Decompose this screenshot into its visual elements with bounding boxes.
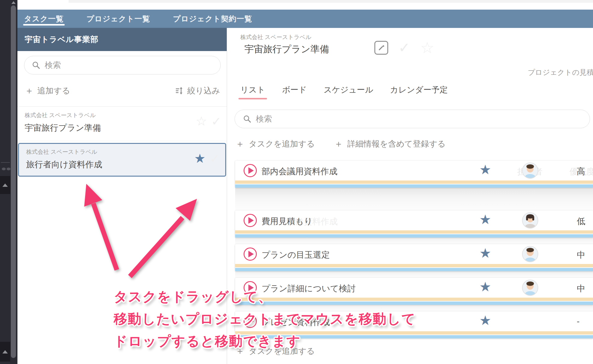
view-tab[interactable]: スケジュール xyxy=(324,84,373,99)
project-check-icon[interactable]: ✓ xyxy=(210,153,220,165)
task-search-input[interactable]: 検索 xyxy=(235,110,590,128)
rail-up-button[interactable] xyxy=(0,176,10,194)
task-priority: 中 xyxy=(577,249,585,261)
project-title: 宇宙旅行プラン準備 xyxy=(244,43,329,56)
search-icon xyxy=(32,61,41,70)
project-estimate-link[interactable]: プロジェクトの見積り xyxy=(528,68,593,77)
project-card-company: 株式会社 スペーストラベル xyxy=(25,111,96,119)
app-window: タスク一覧プロジェクト一覧プロジェクト契約一覧 宇宙トラベル事業部 検索 ＋ 追… xyxy=(0,0,593,364)
complete-project-icon[interactable]: ✓ xyxy=(398,41,410,55)
task-priority: 高 xyxy=(577,166,585,177)
add-task-detail-button[interactable]: ＋ 詳細情報を含めて登録する xyxy=(334,138,446,149)
progress-bar-tan xyxy=(235,264,593,267)
rail-divider xyxy=(1,162,10,163)
task-priority: - xyxy=(577,317,579,326)
window-top-strip xyxy=(17,0,593,10)
filter-button[interactable]: 絞り込み xyxy=(175,85,220,96)
progress-bar-blue xyxy=(235,268,593,271)
project-card-company: 株式会社 スペーストラベル xyxy=(26,148,97,156)
start-task-button[interactable] xyxy=(244,214,257,227)
department-header: 宇宙トラベル事業部 xyxy=(17,28,227,51)
nav-tab[interactable]: タスク一覧 xyxy=(24,10,64,28)
drop-target-gap xyxy=(235,188,593,211)
left-dock-rail xyxy=(0,0,17,364)
view-tab[interactable]: ボード xyxy=(282,84,307,99)
add-task-button[interactable]: ＋ タスクを追加する xyxy=(235,138,315,149)
add-project-button[interactable]: ＋ 追加する xyxy=(25,85,70,96)
task-star-icon[interactable]: ★ xyxy=(479,280,491,293)
start-task-button[interactable] xyxy=(244,247,257,261)
row-gap xyxy=(235,238,593,244)
task-title: 費用見積もり xyxy=(262,216,312,227)
view-tab-label: ボード xyxy=(282,85,307,94)
task-row[interactable]: タスク名 ↑ 担当者 優先度 部内会議用資料作成 ★ 高 xyxy=(235,161,593,188)
up-triangle-icon xyxy=(2,184,8,187)
add-project-label: 追加する xyxy=(37,85,70,96)
task-row[interactable]: プランの目玉選定 ★ 中 xyxy=(235,244,593,271)
task-title: プランの目玉選定 xyxy=(262,249,330,261)
view-tab[interactable]: リスト xyxy=(240,84,265,99)
rail-dot xyxy=(7,168,11,170)
view-tab-label: スケジュール xyxy=(324,85,373,94)
task-title: プレゼン資料作成 xyxy=(262,317,330,328)
rail-scrollbar[interactable] xyxy=(11,5,16,358)
assignee-avatar[interactable] xyxy=(522,280,538,296)
play-icon xyxy=(248,318,254,325)
pencil-icon xyxy=(377,44,385,52)
scroll-up-icon[interactable] xyxy=(11,1,16,4)
task-list: タスク名 ↑ 担当者 優先度 部内会議用資料作成 ★ 高 旅行者向け資料作成 費… xyxy=(235,161,593,338)
rail-dot xyxy=(2,168,6,170)
project-detail-panel: 株式会社 スペーストラベル 宇宙旅行プラン準備 ✓ ☆ プロジェクトの見積り リ… xyxy=(227,28,593,364)
plus-icon: ＋ xyxy=(334,139,343,148)
nav-tab[interactable]: プロジェクト一覧 xyxy=(87,10,150,28)
assignee-avatar[interactable] xyxy=(522,212,538,229)
project-card[interactable]: 株式会社 スペーストラベル 宇宙旅行プラン準備 ☆ ✓ xyxy=(17,107,227,141)
rail-up-button-bottom[interactable] xyxy=(0,342,10,362)
sidebar-search-input[interactable]: 検索 xyxy=(24,56,221,74)
project-list: 株式会社 スペーストラベル 宇宙旅行プラン準備 ☆ ✓ 株式会社 スペーストラベ… xyxy=(17,107,227,177)
task-priority: 低 xyxy=(577,216,585,227)
start-task-button[interactable] xyxy=(244,281,257,294)
task-star-icon[interactable]: ★ xyxy=(479,213,491,226)
nav-tab-label: タスク一覧 xyxy=(24,14,64,23)
project-star-icon[interactable]: ☆ xyxy=(196,115,207,128)
task-row[interactable]: プラン詳細について検討 ★ 中 xyxy=(235,278,593,305)
filter-label: 絞り込み xyxy=(187,85,220,96)
progress-bar-blue xyxy=(235,302,593,305)
assignee-avatar[interactable] xyxy=(522,162,538,179)
search-icon xyxy=(243,114,252,123)
add-task-footer-button[interactable]: ＋ タスクを追加する xyxy=(235,346,315,356)
plus-icon: ＋ xyxy=(25,86,34,95)
start-task-button[interactable] xyxy=(244,164,257,177)
task-star-icon[interactable]: ★ xyxy=(479,163,491,176)
project-card-name: 宇宙旅行プラン準備 xyxy=(25,122,101,134)
task-title: 部内会議用資料作成 xyxy=(262,166,337,177)
view-tab-label: リスト xyxy=(240,85,265,94)
edit-project-button[interactable] xyxy=(374,41,388,55)
task-star-icon[interactable]: ★ xyxy=(479,247,491,260)
play-icon xyxy=(248,167,254,174)
row-gap xyxy=(235,271,593,278)
project-star-icon[interactable]: ★ xyxy=(194,152,206,165)
nav-tab-label: プロジェクト一覧 xyxy=(87,14,150,23)
project-card[interactable]: 株式会社 スペーストラベル 旅行者向け資料作成 ★ ✓ xyxy=(18,143,226,177)
assignee-avatar[interactable] xyxy=(522,246,538,262)
progress-bar-blue xyxy=(235,234,593,238)
play-icon xyxy=(248,217,254,224)
progress-bar-blue xyxy=(235,335,593,338)
favorite-project-icon[interactable]: ☆ xyxy=(420,40,435,56)
view-tab[interactable]: カレンダー予定 xyxy=(390,84,448,99)
plus-icon: ＋ xyxy=(235,347,244,356)
start-task-button[interactable] xyxy=(244,315,257,328)
sidebar-search-placeholder: 検索 xyxy=(45,60,61,71)
project-check-icon[interactable]: ✓ xyxy=(211,115,221,127)
project-card-name: 旅行者向け資料作成 xyxy=(26,159,102,170)
add-task-label: タスクを追加する xyxy=(249,138,315,149)
view-tabs: リストボードスケジュールカレンダー予定 xyxy=(240,84,448,99)
nav-tab-label: プロジェクト契約一覧 xyxy=(173,14,252,23)
nav-tab[interactable]: プロジェクト契約一覧 xyxy=(173,10,252,28)
task-row[interactable]: 旅行者向け資料作成 費用見積もり ★ 低 xyxy=(235,211,593,238)
task-row[interactable]: プレゼン資料作成 ★ - xyxy=(235,311,593,338)
main-nav-bar: タスク一覧プロジェクト一覧プロジェクト契約一覧 xyxy=(17,10,593,28)
task-star-icon[interactable]: ★ xyxy=(479,314,491,327)
